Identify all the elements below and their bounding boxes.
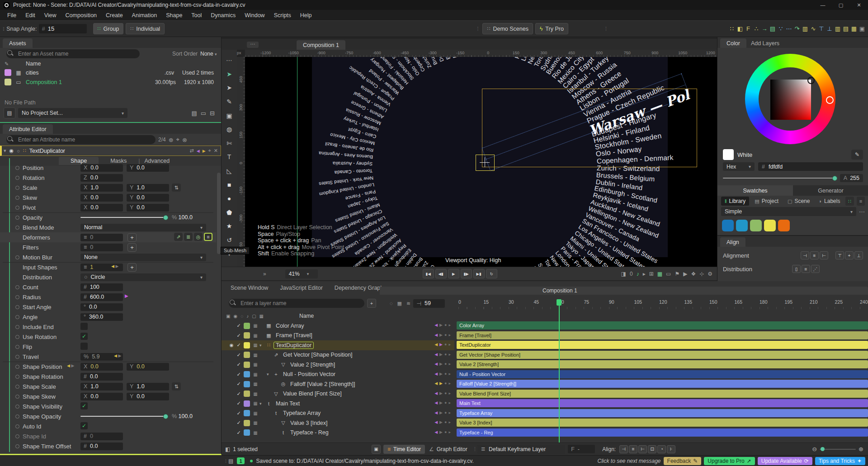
- layer-timeline-bar[interactable]: Value Blend [Font Size]: [457, 390, 868, 398]
- list-icon[interactable]: ≣: [184, 233, 193, 241]
- add-layer-button[interactable]: +: [367, 299, 376, 308]
- render-checkbox[interactable]: ✓: [235, 323, 242, 329]
- value-field[interactable]: Z 0.0: [80, 174, 123, 182]
- slider-knob[interactable]: [163, 414, 168, 419]
- update-available-button[interactable]: Update Available⟳: [758, 457, 812, 465]
- overflow-chevron-icon[interactable]: »: [263, 271, 266, 277]
- dropdown[interactable]: Normal ▾: [80, 224, 206, 231]
- keyframe-nav-icons[interactable]: ◀ ▶: [111, 264, 118, 268]
- film-icon[interactable]: ▦: [251, 323, 259, 328]
- keyframe-bullet[interactable]: [15, 434, 19, 438]
- slider[interactable]: [80, 217, 166, 218]
- distribute-vertical-icon[interactable]: ≡: [802, 265, 810, 273]
- film-icon[interactable]: ▦: [251, 401, 259, 406]
- layers-icon[interactable]: ▤: [769, 23, 777, 35]
- handles-icon[interactable]: ⊹: [699, 271, 704, 277]
- value-field[interactable]: # 600.0: [80, 293, 123, 301]
- layer-color-swatch[interactable]: [244, 371, 250, 377]
- value-field[interactable]: # 0.0: [80, 442, 123, 450]
- scatter-icon[interactable]: ∴: [752, 23, 760, 35]
- tab-color[interactable]: Color: [720, 38, 746, 48]
- star-tool-icon[interactable]: ★: [222, 219, 237, 233]
- grid-view-icon[interactable]: ∷: [845, 197, 854, 206]
- play-button[interactable]: ▶: [448, 269, 459, 278]
- individual-button[interactable]: ∷ Individual: [126, 23, 165, 34]
- previous-item-icon[interactable]: ◀: [197, 149, 200, 153]
- play-range-icon[interactable]: ▶: [683, 271, 687, 277]
- layer-color-swatch[interactable]: [244, 420, 250, 426]
- layer-keyframe-nav[interactable]: ◀▶●▸: [434, 391, 451, 395]
- connect-icon[interactable]: →: [760, 23, 769, 35]
- step-icon[interactable]: ▸: [643, 271, 646, 277]
- layer-keyframe-nav[interactable]: ◀▶●▸: [434, 333, 451, 337]
- value-field[interactable]: # 0.0: [80, 373, 123, 381]
- saturation-value-square[interactable]: [770, 80, 811, 120]
- menu-dynamics[interactable]: Dynamics: [206, 12, 240, 19]
- keyframe-bullet[interactable]: [15, 355, 19, 359]
- swatch-project-button[interactable]: ▤Project: [751, 197, 782, 206]
- layer-keyframe-nav[interactable]: ◀▶●▸: [434, 362, 451, 366]
- render-checkbox[interactable]: ✓: [235, 391, 242, 397]
- extrude-icon[interactable]: ◧: [736, 23, 744, 35]
- list-field[interactable]: ≡0: [80, 244, 123, 251]
- render-checkbox[interactable]: ✓: [235, 420, 242, 426]
- settings-icon[interactable]: ⚙: [708, 271, 712, 277]
- value-field[interactable]: X 0.0: [80, 164, 123, 172]
- polygon-tool-icon[interactable]: ⬟: [222, 206, 237, 220]
- expand-chevron-icon[interactable]: ▾: [259, 343, 264, 348]
- asset-row-composition-1[interactable]: ▭ Composition 1 30.00fps1920 x 1080: [0, 77, 221, 87]
- checkbox[interactable]: [80, 323, 88, 330]
- list-field[interactable]: ≡0: [80, 234, 123, 241]
- value-field[interactable]: ° 360.0: [80, 313, 123, 321]
- layer-name[interactable]: TextDuplicator: [274, 342, 314, 349]
- zoom-slider-knob[interactable]: [821, 447, 825, 451]
- layer-name[interactable]: Value Blend [Font Size]: [281, 390, 344, 397]
- layer-timeline-bar[interactable]: Value 2 [Strength]: [457, 360, 868, 368]
- eyedropper-button[interactable]: ✎: [851, 150, 863, 160]
- layer-keyframe-nav[interactable]: ◀▶●▸: [434, 372, 451, 376]
- value-field[interactable]: ° 0.0: [80, 303, 123, 311]
- retarget-icon[interactable]: ⇄: [190, 148, 194, 154]
- maximize-button[interactable]: ▢: [832, 0, 850, 10]
- clear-search-icon[interactable]: ⊗: [182, 137, 187, 143]
- visibility-eye-icon[interactable]: ◉: [9, 148, 14, 154]
- menu-file[interactable]: File: [3, 12, 21, 19]
- toolbar-grip[interactable]: ⁞⁞: [0, 26, 6, 32]
- measure-tool-icon[interactable]: ◺: [222, 164, 237, 178]
- tab-add-layers[interactable]: Add Layers: [746, 38, 784, 48]
- layer-name[interactable]: Typeface - Reg: [288, 429, 331, 436]
- render-checkbox[interactable]: ✓: [235, 352, 242, 358]
- layer-keyframe-nav[interactable]: ◀▶●▸: [434, 342, 451, 347]
- film-icon[interactable]: ▦: [251, 333, 259, 338]
- ease-icon[interactable]: ◔: [657, 445, 666, 453]
- go-to-end-button[interactable]: ▶▮: [473, 269, 485, 278]
- text-tool-icon[interactable]: T: [222, 150, 237, 164]
- align-bottom-icon[interactable]: ⊥: [854, 251, 863, 259]
- render-icon[interactable]: ▦: [259, 314, 264, 319]
- swatch-orange[interactable]: [778, 220, 790, 231]
- keyframe-bullet[interactable]: [15, 206, 19, 210]
- layer-color-swatch[interactable]: [244, 332, 250, 339]
- layer-timeline-bar[interactable]: Falloff [Value 2 [Strength]]: [457, 380, 868, 388]
- layer-get-vector[interactable]: ◉ ✓ ▦ ⇗ Get Vector [Shape Position] ◀▶●▸: [222, 350, 454, 360]
- layer-name[interactable]: Value 3 [Index]: [288, 419, 330, 427]
- distribute-horizontal-icon[interactable]: ▯: [792, 265, 801, 273]
- keyframe-bullet[interactable]: [15, 375, 19, 379]
- viewport-canvas[interactable]: Warsaw — PolBudapest - HungaryHelsinki -…: [245, 57, 717, 267]
- layer-typeface-array[interactable]: ◉ ✓ ▦ t Typeface Array ◀▶●▸: [222, 409, 454, 419]
- render-checkbox[interactable]: ✓: [235, 362, 242, 367]
- value-field[interactable]: Y 0.0: [127, 194, 169, 202]
- previous-frame-button[interactable]: ◀▮: [435, 269, 447, 278]
- textduplicator-header[interactable]: ▾ ◉ ○ ∷ TextDuplicator ⇄ ◀ ▶ ⌖ ✕: [0, 146, 221, 156]
- swatch-library-button[interactable]: ‖Library: [721, 197, 749, 206]
- keyframe-bullet[interactable]: [15, 444, 19, 448]
- layer-timeline-bar[interactable]: Value 3 [Index]: [457, 419, 868, 427]
- add-button[interactable]: +: [127, 243, 137, 252]
- layer-timeline-bar[interactable]: Color Array: [457, 321, 868, 329]
- keyframe-bullet[interactable]: [15, 226, 19, 230]
- keyframe-bullet[interactable]: [15, 365, 19, 369]
- checkbox[interactable]: ✓: [80, 422, 88, 429]
- layer-name[interactable]: Frame [Travel]: [274, 332, 315, 339]
- minimize-button[interactable]: —: [814, 0, 832, 10]
- close-button[interactable]: ✕: [850, 0, 868, 10]
